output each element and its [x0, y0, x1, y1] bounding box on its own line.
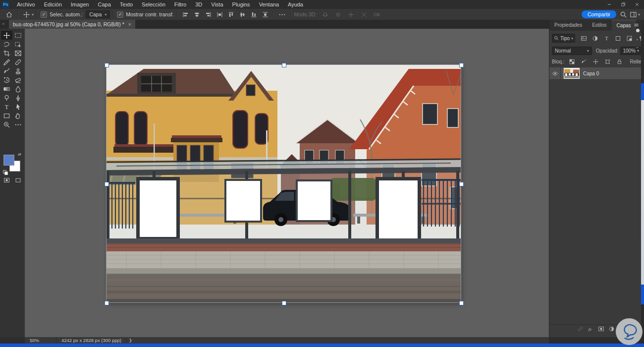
restore-button[interactable] [616, 0, 630, 9]
align-right-icon[interactable] [204, 11, 213, 18]
tool-history-brush[interactable] [1, 75, 12, 84]
minimize-button[interactable] [602, 0, 616, 9]
align-left-icon[interactable] [181, 11, 190, 18]
close-button[interactable] [630, 0, 644, 9]
transform-handle-top-right[interactable] [459, 63, 464, 67]
tool-path-selection[interactable] [12, 102, 24, 111]
smart-filter-icon[interactable] [625, 35, 634, 42]
slide-3d-icon[interactable] [359, 11, 369, 18]
layer-mask-icon[interactable] [598, 326, 604, 332]
menu-archivo[interactable]: Archivo [12, 0, 40, 9]
menu-edicion[interactable]: Edición [40, 0, 66, 9]
swap-colors-icon[interactable]: ⇄ [18, 152, 21, 157]
align-vcenter-icon[interactable] [238, 11, 247, 18]
foreground-color-swatch[interactable] [3, 155, 14, 166]
distribute-v-icon[interactable] [261, 11, 270, 18]
blend-mode-dropdown[interactable]: Normal ▾ [552, 47, 592, 55]
tool-eyedropper[interactable] [1, 58, 12, 66]
adjustment-layer-icon[interactable] [608, 326, 615, 332]
zoom-level-field[interactable]: 50% [30, 338, 39, 343]
align-hcenter-icon[interactable] [192, 11, 202, 18]
tool-crop[interactable] [1, 49, 12, 58]
panel-tab-capas[interactable]: Capas [612, 20, 636, 31]
chevron-down-icon[interactable]: ⌄ [636, 37, 639, 41]
photoshop-logo[interactable]: Ps [2, 1, 9, 8]
align-top-icon[interactable] [226, 11, 236, 18]
menu-texto[interactable]: Texto [115, 0, 137, 9]
quick-mask-icon[interactable] [1, 175, 12, 184]
tool-zoom[interactable] [1, 120, 12, 129]
tool-blur[interactable] [12, 84, 24, 93]
align-bottom-icon[interactable] [249, 11, 259, 18]
share-button[interactable]: Compartir [582, 10, 616, 18]
tool-pen[interactable] [12, 93, 24, 102]
work-area[interactable] [25, 29, 549, 337]
workspace-switcher[interactable]: ▾ [630, 11, 640, 18]
tool-object-selection[interactable] [12, 40, 24, 49]
chevron-down-icon[interactable]: ▾ [32, 12, 34, 17]
menu-vista[interactable]: Vista [207, 0, 227, 9]
default-colors-icon[interactable] [3, 170, 7, 174]
menu-ayuda[interactable]: Ayuda [283, 0, 308, 9]
transform-handle-top-left[interactable] [105, 63, 109, 67]
roll-3d-icon[interactable] [333, 11, 343, 18]
tool-lasso[interactable] [1, 40, 12, 49]
tool-rectangle[interactable] [1, 111, 12, 120]
tool-type[interactable] [1, 102, 12, 111]
tool-dodge[interactable] [1, 93, 12, 102]
transform-handle-middle-right[interactable] [459, 182, 464, 186]
tool-rectangular-marquee[interactable] [12, 31, 24, 40]
menu-3d[interactable]: 3D [191, 0, 207, 9]
lock-all-icon[interactable] [615, 58, 624, 65]
transform-handle-top-center[interactable] [282, 63, 286, 67]
close-icon[interactable]: × [128, 22, 131, 27]
orbit-3d-icon[interactable] [321, 11, 330, 18]
pixel-filter-icon[interactable] [579, 35, 589, 42]
tool-spot-healing[interactable] [12, 58, 24, 66]
auto-select-dropdown[interactable]: Capa ▾ [86, 10, 110, 18]
tool-brush[interactable] [1, 66, 12, 75]
distribute-h-icon[interactable] [215, 11, 224, 18]
camera-3d-icon[interactable] [372, 11, 381, 18]
transform-handle-middle-left[interactable] [105, 182, 109, 186]
tool-gradient[interactable] [1, 84, 12, 93]
home-icon[interactable] [4, 11, 14, 18]
transform-handle-bottom-right[interactable] [459, 301, 464, 305]
layer-style-icon[interactable] [588, 326, 594, 332]
transform-handle-bottom-center[interactable] [282, 301, 286, 305]
lock-paint-icon[interactable] [579, 58, 589, 65]
menu-ventana[interactable]: Ventana [255, 0, 283, 9]
lock-transparent-icon[interactable] [567, 58, 577, 65]
layer-filter-dropdown[interactable]: Tipo ▾ [552, 34, 575, 43]
chevron-down-icon[interactable]: ⌄ [636, 45, 639, 49]
panel-tab-estilos[interactable]: Estilos [587, 20, 611, 31]
lock-artboard-icon[interactable] [603, 58, 612, 65]
layer-row[interactable]: Capa 0 [549, 67, 642, 80]
adjustment-filter-icon[interactable] [590, 35, 600, 42]
tool-hand[interactable] [12, 111, 24, 120]
tool-frame[interactable] [12, 49, 24, 58]
layer-visibility-eye-icon[interactable] [549, 67, 561, 79]
menu-seleccion[interactable]: Selección [137, 0, 170, 9]
toolbar-collapse-icon[interactable]: » [2, 21, 4, 26]
shape-filter-icon[interactable] [613, 35, 623, 42]
move-tool-preset-icon[interactable] [21, 11, 32, 18]
pan-3d-icon[interactable] [346, 11, 356, 18]
type-filter-icon[interactable] [602, 35, 611, 42]
layer-thumbnail[interactable] [564, 68, 580, 79]
lock-move-icon[interactable] [591, 58, 600, 65]
tool-clone-stamp[interactable] [12, 66, 24, 75]
search-icon[interactable] [620, 11, 627, 18]
dock-collapse-icon[interactable] [636, 29, 640, 32]
menu-capa[interactable]: Capa [93, 0, 115, 9]
transform-handle-bottom-left[interactable] [105, 301, 109, 305]
tool-edit-toolbar[interactable] [12, 120, 24, 129]
more-options-icon[interactable] [277, 11, 287, 18]
show-transform-checkbox[interactable]: ✓ [117, 11, 123, 18]
panel-tab-propiedades[interactable]: Propiedades [549, 20, 587, 31]
menu-filtro[interactable]: Filtro [170, 0, 191, 9]
menu-imagen[interactable]: Imagen [66, 0, 94, 9]
document-tab[interactable]: bus-stop-6744570.jpg al 50% (Capa 0, RGB… [9, 20, 135, 29]
canvas[interactable] [107, 65, 461, 302]
tool-move[interactable] [1, 31, 12, 40]
